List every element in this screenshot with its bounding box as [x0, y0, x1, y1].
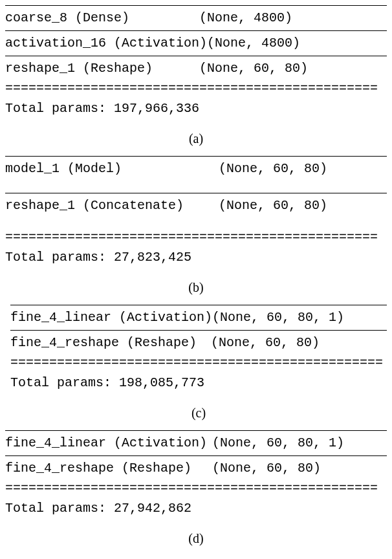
divider-double: ========================================…: [5, 481, 387, 496]
total-params: Total params: 198,085,773: [10, 371, 387, 399]
layer-name: fine_4_linear (Activation): [10, 308, 212, 327]
layer-name: activation_16 (Activation): [5, 34, 207, 53]
total-params: Total params: 197,966,336: [5, 96, 387, 125]
divider-double: ========================================…: [5, 230, 387, 245]
table-row: reshape_1 (Concatenate) (None, 60, 80): [5, 193, 387, 218]
total-params: Total params: 27,942,862: [5, 496, 387, 525]
model-summary-section-d: fine_4_linear (Activation) (None, 60, 80…: [5, 430, 387, 548]
table-row: fine_4_reshape (Reshape) (None, 60, 80): [10, 331, 387, 355]
spacer: [5, 218, 387, 230]
output-shape: (None, 60, 80): [219, 196, 387, 215]
model-summary-section-b: model_1 (Model) (None, 60, 80) reshape_1…: [5, 156, 387, 297]
table-row: fine_4_linear (Activation) (None, 60, 80…: [10, 305, 387, 330]
subfigure-caption: (c): [10, 403, 387, 422]
layer-name: coarse_8 (Dense): [5, 8, 199, 28]
output-shape: (None, 60, 80): [211, 333, 387, 353]
layer-name: fine_4_reshape (Reshape): [10, 333, 211, 353]
layer-name: model_1 (Model): [5, 159, 219, 179]
output-shape: (None, 4800): [199, 8, 387, 28]
output-shape: (None, 60, 80, 1): [212, 433, 387, 453]
subfigure-caption: (a): [5, 129, 387, 148]
model-summary-section-c: fine_4_linear (Activation) (None, 60, 80…: [5, 305, 387, 422]
layer-name: fine_4_reshape (Reshape): [5, 459, 212, 478]
layer-name: fine_4_linear (Activation): [5, 433, 212, 453]
table-row: fine_4_reshape (Reshape) (None, 60, 80): [5, 456, 387, 481]
table-row: reshape_1 (Reshape) (None, 60, 80): [5, 56, 387, 81]
table-row: coarse_8 (Dense) (None, 4800): [5, 6, 387, 30]
output-shape: (None, 60, 80): [199, 59, 387, 78]
layer-name: reshape_1 (Concatenate): [5, 196, 219, 215]
subfigure-caption: (d): [5, 529, 387, 548]
model-summary-section-a: coarse_8 (Dense) (None, 4800) activation…: [5, 5, 387, 148]
table-row: fine_4_linear (Activation) (None, 60, 80…: [5, 431, 387, 455]
subfigure-caption: (b): [5, 278, 387, 297]
layer-name: reshape_1 (Reshape): [5, 59, 199, 78]
output-shape: (None, 60, 80): [212, 459, 387, 478]
output-shape: (None, 60, 80, 1): [212, 308, 387, 327]
divider-double: ========================================…: [5, 81, 387, 96]
total-params: Total params: 27,823,425: [5, 245, 387, 274]
table-row: activation_16 (Activation) (None, 4800): [5, 31, 387, 56]
spacer: [5, 181, 387, 193]
divider-double: ========================================…: [10, 355, 387, 371]
output-shape: (None, 4800): [207, 34, 387, 53]
table-row: model_1 (Model) (None, 60, 80): [5, 157, 387, 181]
output-shape: (None, 60, 80): [219, 159, 387, 179]
